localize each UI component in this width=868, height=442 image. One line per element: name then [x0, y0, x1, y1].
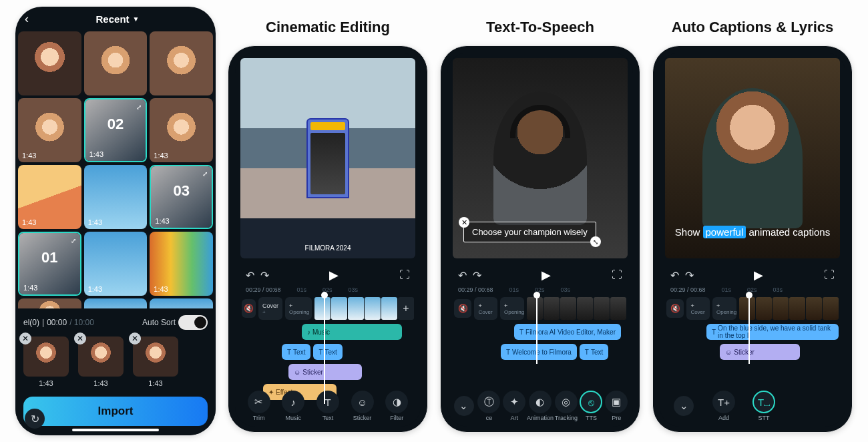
tool-trim[interactable]: ✂Trim	[244, 391, 274, 421]
playhead[interactable]	[748, 293, 750, 364]
preview[interactable]: Show powerful animated captions	[665, 58, 840, 258]
expand-icon[interactable]: ⤢	[202, 170, 208, 178]
timeline[interactable]: 🔇 Cover+ +Opening + ♪ Music T TextT Text…	[235, 293, 421, 404]
thumb[interactable]: 1:43	[18, 98, 81, 162]
tool-sticker[interactable]: ☺Sticker	[348, 391, 377, 421]
remove-icon[interactable]: ✕	[74, 333, 86, 345]
undo-icon[interactable]: ↶	[458, 270, 467, 281]
panel-title: Auto Captions & Lyrics	[652, 7, 853, 45]
selected-clip[interactable]: ✕1:43	[133, 337, 178, 387]
thumb-selected[interactable]: 021:43⤢	[84, 98, 148, 162]
timeline[interactable]: 🔇 +Cover +Opening T On the blue side, we…	[660, 293, 845, 364]
laurel-badge: FILMORA 2024	[305, 244, 351, 252]
remove-icon[interactable]: ✕	[19, 333, 31, 345]
panel-title: Text-To-Speech	[440, 7, 640, 45]
thumb-selected[interactable]: 031:43⤢	[150, 165, 213, 229]
back-icon[interactable]: ‹	[25, 12, 29, 26]
expand-icon[interactable]: ⤢	[136, 103, 142, 111]
top-bar: ‹ Recent ▼	[15, 7, 216, 31]
tool-filter[interactable]: ◑Filter	[382, 391, 411, 421]
expand-icon[interactable]: ⤢	[71, 237, 76, 244]
tool-text[interactable]: TText	[313, 391, 343, 421]
thumb[interactable]: 1:43	[150, 98, 213, 162]
selection-thumbs: ✕1:43 ✕1:43 ✕1:43	[23, 337, 208, 387]
tool-tts[interactable]: ⎋TTS	[579, 391, 604, 421]
thumb-selected[interactable]: 011:43⤢	[18, 232, 81, 296]
tool-music[interactable]: ♪Music	[278, 391, 308, 421]
mute-icon[interactable]: 🔇	[242, 299, 256, 318]
tool-pre[interactable]: ▣Pre	[604, 391, 629, 421]
tool-row: ⌄ T+Add T⎵STT	[660, 391, 845, 421]
play-icon[interactable]: ▶	[329, 268, 339, 282]
redo-icon[interactable]: ↷	[685, 270, 694, 281]
import-section: el(0) | 00:00 / 10:00 Auto Sort ✕1:43 ✕1…	[15, 308, 216, 435]
time-current: 00:00	[47, 318, 67, 327]
tool-collapse[interactable]: ⌄	[451, 396, 477, 416]
thumb[interactable]	[18, 31, 81, 95]
refresh-icon[interactable]: ↻	[25, 409, 45, 429]
thumb[interactable]	[84, 31, 148, 95]
media-grid: 1:43 021:43⤢ 1:43 1:43 1:43 031:43⤢ 011:…	[15, 31, 216, 296]
fullscreen-icon[interactable]: ⛶	[824, 269, 835, 281]
tool-stt[interactable]: T⎵STT	[749, 391, 779, 421]
tool-row: ⌄ Ⓣce ✦Art ◐Animation ◎Tracking ⎋TTS ▣Pr…	[447, 391, 633, 421]
tool-row: ✂Trim ♪Music TText ☺Sticker ◑Filter	[235, 391, 421, 421]
auto-sort-toggle[interactable]	[178, 315, 208, 330]
tool-ce[interactable]: Ⓣce	[477, 391, 502, 421]
recent-label: Recent	[96, 13, 130, 25]
remove-icon[interactable]: ✕	[129, 333, 141, 345]
tool-tracking[interactable]: ◎Tracking	[554, 391, 579, 421]
resize-icon[interactable]: ⤡	[590, 236, 601, 247]
import-button[interactable]: Import	[23, 397, 208, 426]
home-indicator	[72, 429, 159, 431]
redo-icon[interactable]: ↷	[473, 270, 481, 281]
thumb[interactable]	[150, 31, 213, 95]
play-icon[interactable]: ▶	[754, 268, 763, 282]
recent-dropdown[interactable]: Recent ▼	[96, 13, 140, 25]
selected-clip[interactable]: ✕1:43	[78, 337, 124, 387]
thumb[interactable]: 1:43	[84, 232, 148, 296]
panel-title: Cinematic Editing	[228, 7, 428, 45]
auto-sort-label: Auto Sort	[142, 318, 176, 327]
fullscreen-icon[interactable]: ⛶	[399, 269, 410, 281]
thumb[interactable]: 1:43	[150, 232, 213, 296]
selection-count: el(0)	[23, 318, 39, 327]
thumb[interactable]: 1:43	[18, 165, 81, 229]
thumb[interactable]: 1:43	[84, 165, 148, 229]
tool-animation[interactable]: ◐Animation	[527, 391, 554, 421]
tool-art[interactable]: ✦Art	[501, 391, 527, 421]
timeline[interactable]: 🔇 +Cover +Opening T Filmora AI Video Edi…	[447, 293, 633, 364]
mute-icon[interactable]: 🔇	[666, 299, 684, 318]
add-clip-icon[interactable]: +	[398, 297, 414, 320]
undo-icon[interactable]: ↶	[246, 270, 254, 281]
import-phone: ‹ Recent ▼ 1:43 021:43⤢ 1:43 1:43 1:43 0…	[15, 7, 216, 435]
play-icon[interactable]: ▶	[541, 268, 551, 282]
playhead[interactable]	[324, 293, 325, 404]
undo-icon[interactable]: ↶	[670, 270, 679, 281]
redo-icon[interactable]: ↷	[260, 270, 269, 281]
selected-clip[interactable]: ✕1:43	[23, 337, 69, 387]
fullscreen-icon[interactable]: ⛶	[612, 269, 622, 281]
preview[interactable]: FILMORA 2024	[240, 58, 415, 258]
mute-icon[interactable]: 🔇	[454, 299, 471, 318]
close-icon[interactable]: ✕	[459, 217, 469, 228]
tool-collapse[interactable]: ⌄	[669, 396, 698, 416]
caption-overlay: Show powerful animated captions	[665, 222, 840, 242]
chevron-down-icon: ▼	[133, 15, 140, 23]
playhead[interactable]	[536, 293, 537, 364]
caption-box[interactable]: ✕ Choose your champion wisely ⤡	[463, 222, 596, 242]
preview[interactable]: ✕ Choose your champion wisely ⤡	[453, 58, 628, 258]
tool-add[interactable]: T+Add	[709, 391, 738, 421]
